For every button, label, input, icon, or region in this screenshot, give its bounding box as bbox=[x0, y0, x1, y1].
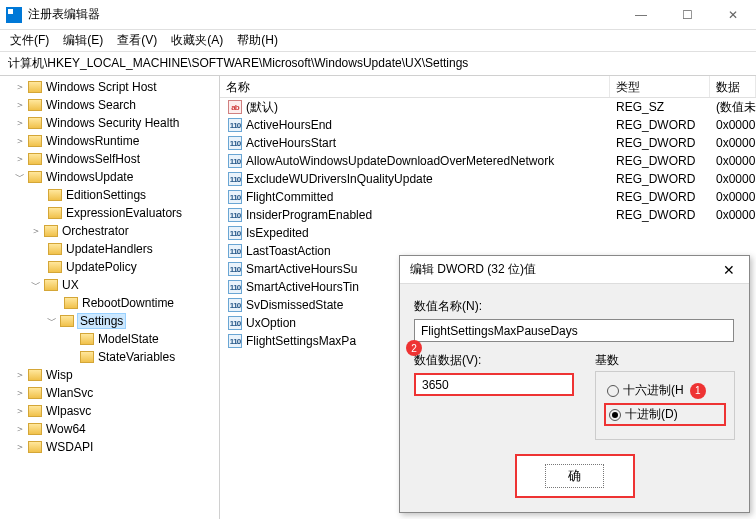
folder-icon bbox=[60, 315, 74, 327]
tree-node[interactable]: ＞WindowsRuntime bbox=[0, 132, 219, 150]
value-row[interactable]: 110ExcludeWUDriversInQualityUpdateREG_DW… bbox=[220, 170, 756, 188]
value-type: REG_DWORD bbox=[610, 172, 710, 186]
toggle-icon[interactable]: ＞ bbox=[14, 152, 26, 166]
tree-node[interactable]: ExpressionEvaluators bbox=[0, 204, 219, 222]
tree-node[interactable]: ＞Wlpasvc bbox=[0, 402, 219, 420]
list-header: 名称 类型 数据 bbox=[220, 76, 756, 98]
toggle-icon[interactable]: ＞ bbox=[14, 368, 26, 382]
tree-label: WindowsUpdate bbox=[46, 170, 133, 184]
binary-value-icon: 110 bbox=[228, 136, 242, 150]
folder-icon bbox=[28, 369, 42, 381]
col-type[interactable]: 类型 bbox=[610, 76, 710, 97]
tree-node[interactable]: ＞Wisp bbox=[0, 366, 219, 384]
binary-value-icon: 110 bbox=[228, 298, 242, 312]
menu-view[interactable]: 查看(V) bbox=[117, 32, 157, 49]
dialog-close-button[interactable]: ✕ bbox=[709, 262, 749, 278]
binary-value-icon: 110 bbox=[228, 154, 242, 168]
toggle-icon[interactable]: ＞ bbox=[14, 422, 26, 436]
value-row[interactable]: 110AllowAutoWindowsUpdateDownloadOverMet… bbox=[220, 152, 756, 170]
toggle-icon[interactable]: ＞ bbox=[14, 134, 26, 148]
tree-node[interactable]: UpdateHandlers bbox=[0, 240, 219, 258]
tree-node[interactable]: ＞WlanSvc bbox=[0, 384, 219, 402]
toggle-icon[interactable]: ＞ bbox=[14, 440, 26, 454]
tree-node[interactable]: ﹀UX bbox=[0, 276, 219, 294]
toggle-icon[interactable]: ﹀ bbox=[46, 314, 58, 328]
maximize-button[interactable]: ☐ bbox=[664, 0, 710, 30]
edit-dword-dialog: 编辑 DWORD (32 位)值 ✕ 数值名称(N): 2 数值数据(V): 基… bbox=[399, 255, 750, 513]
tree-node[interactable]: ＞Windows Search bbox=[0, 96, 219, 114]
radio-hex[interactable]: 十六进制(H 1 bbox=[604, 381, 726, 400]
menu-favorites[interactable]: 收藏夹(A) bbox=[171, 32, 223, 49]
tree-node[interactable]: ﹀Settings bbox=[0, 312, 219, 330]
value-name: SmartActiveHoursTin bbox=[246, 280, 359, 294]
tree-label: UX bbox=[62, 278, 79, 292]
folder-icon bbox=[28, 441, 42, 453]
value-name-input[interactable] bbox=[414, 319, 734, 342]
tree-node[interactable]: EditionSettings bbox=[0, 186, 219, 204]
menu-help[interactable]: 帮助(H) bbox=[237, 32, 278, 49]
tree-label: WSDAPI bbox=[46, 440, 93, 454]
value-row[interactable]: 110ActiveHoursStartREG_DWORD0x0000 bbox=[220, 134, 756, 152]
toggle-icon[interactable]: ＞ bbox=[30, 224, 42, 238]
value-data-label: 数值数据(V): bbox=[414, 352, 575, 369]
menubar: 文件(F) 编辑(E) 查看(V) 收藏夹(A) 帮助(H) bbox=[0, 30, 756, 52]
folder-icon bbox=[28, 99, 42, 111]
value-name: UxOption bbox=[246, 316, 296, 330]
menu-file[interactable]: 文件(F) bbox=[10, 32, 49, 49]
value-name: IsExpedited bbox=[246, 226, 309, 240]
col-data[interactable]: 数据 bbox=[710, 76, 756, 97]
tree-label: ExpressionEvaluators bbox=[66, 206, 182, 220]
menu-edit[interactable]: 编辑(E) bbox=[63, 32, 103, 49]
radio-dec[interactable]: 十进制(D) bbox=[604, 403, 726, 426]
tree-node[interactable]: ＞Windows Script Host bbox=[0, 78, 219, 96]
tree-label: EditionSettings bbox=[66, 188, 146, 202]
tree-node[interactable]: ＞WindowsSelfHost bbox=[0, 150, 219, 168]
value-data: (数值未 bbox=[710, 99, 756, 116]
dialog-title: 编辑 DWORD (32 位)值 bbox=[410, 261, 709, 278]
toggle-icon[interactable]: ＞ bbox=[14, 116, 26, 130]
toggle-icon[interactable]: ＞ bbox=[14, 404, 26, 418]
tree-node[interactable]: ＞WSDAPI bbox=[0, 438, 219, 456]
value-data: 0x0000 bbox=[710, 154, 756, 168]
value-name: LastToastAction bbox=[246, 244, 331, 258]
col-name[interactable]: 名称 bbox=[220, 76, 610, 97]
tree-node[interactable]: UpdatePolicy bbox=[0, 258, 219, 276]
tree-node[interactable]: ＞Windows Security Health bbox=[0, 114, 219, 132]
value-row[interactable]: 110InsiderProgramEnabledREG_DWORD0x0000 bbox=[220, 206, 756, 224]
tree-label: Orchestrator bbox=[62, 224, 129, 238]
value-name: ActiveHoursEnd bbox=[246, 118, 332, 132]
tree-node[interactable]: RebootDowntime bbox=[0, 294, 219, 312]
toggle-icon[interactable]: ＞ bbox=[14, 386, 26, 400]
tree-node[interactable]: ＞Orchestrator bbox=[0, 222, 219, 240]
binary-value-icon: 110 bbox=[228, 226, 242, 240]
toggle-icon[interactable]: ＞ bbox=[14, 80, 26, 94]
annotation-marker-1: 1 bbox=[690, 383, 706, 399]
toggle-icon[interactable]: ﹀ bbox=[14, 170, 26, 184]
value-row[interactable]: 110FlightCommittedREG_DWORD0x0000 bbox=[220, 188, 756, 206]
value-row[interactable]: 110IsExpedited bbox=[220, 224, 756, 242]
value-data: 0x0000 bbox=[710, 118, 756, 132]
tree-label: RebootDowntime bbox=[82, 296, 174, 310]
tree-label: WindowsSelfHost bbox=[46, 152, 140, 166]
toggle-icon[interactable]: ﹀ bbox=[30, 278, 42, 292]
value-data-input[interactable] bbox=[414, 373, 574, 396]
toggle-icon[interactable]: ＞ bbox=[14, 98, 26, 112]
radio-icon bbox=[609, 409, 621, 421]
ok-button[interactable]: 确 bbox=[515, 454, 635, 498]
address-bar[interactable]: 计算机\HKEY_LOCAL_MACHINE\SOFTWARE\Microsof… bbox=[0, 52, 756, 76]
tree-pane[interactable]: ＞Windows Script Host＞Windows Search＞Wind… bbox=[0, 76, 220, 519]
folder-icon bbox=[48, 243, 62, 255]
folder-icon bbox=[28, 135, 42, 147]
tree-node[interactable]: ModelState bbox=[0, 330, 219, 348]
tree-node[interactable]: ﹀WindowsUpdate bbox=[0, 168, 219, 186]
value-data: 0x0000 bbox=[710, 136, 756, 150]
close-button[interactable]: ✕ bbox=[710, 0, 756, 30]
value-row[interactable]: 110ActiveHoursEndREG_DWORD0x0000 bbox=[220, 116, 756, 134]
value-name-label: 数值名称(N): bbox=[414, 298, 735, 315]
value-type: REG_DWORD bbox=[610, 118, 710, 132]
minimize-button[interactable]: — bbox=[618, 0, 664, 30]
tree-node[interactable]: ＞Wow64 bbox=[0, 420, 219, 438]
tree-node[interactable]: StateVariables bbox=[0, 348, 219, 366]
tree-label: Wow64 bbox=[46, 422, 86, 436]
value-row[interactable]: ab(默认)REG_SZ(数值未 bbox=[220, 98, 756, 116]
